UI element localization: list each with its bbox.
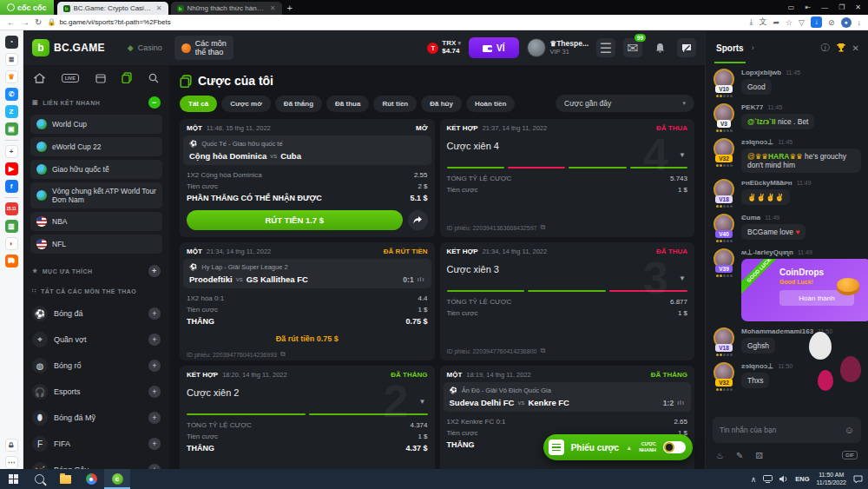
bookmark-star-icon[interactable]: ☆: [786, 18, 792, 27]
facebook-icon[interactable]: f: [5, 180, 18, 193]
chat-username[interactable]: Mohammademami163: [741, 327, 813, 335]
chat-username[interactable]: Lopxjxbljwb: [741, 69, 781, 76]
chat-toggle-icon[interactable]: [677, 38, 696, 57]
gif-button[interactable]: GIF: [842, 451, 858, 459]
start-button[interactable]: [0, 469, 26, 489]
window-close-button[interactable]: ✕: [855, 3, 861, 11]
combo-panel[interactable]: Cược xiên 22▼: [180, 382, 435, 400]
lazada-icon[interactable]: ◗: [5, 237, 18, 250]
cashout-button[interactable]: RÚT TIỀN 1.7 $: [187, 210, 403, 230]
sidebar-sport-item[interactable]: ⬮Bóng đá Mỹ+: [30, 405, 162, 431]
chrome-button[interactable]: [78, 469, 104, 489]
sidebar-sport-item[interactable]: FFIFA+: [30, 431, 162, 457]
dice-icon[interactable]: ⚄: [755, 451, 763, 460]
expand-sport-button[interactable]: +: [148, 334, 161, 346]
window-minimize-button[interactable]: —: [821, 3, 828, 11]
coindrops-complete-button[interactable]: Hoàn thành: [779, 290, 854, 306]
games-icon[interactable]: ▣: [5, 122, 18, 135]
chevron-down-icon[interactable]: ▼: [679, 274, 686, 282]
chat-mention[interactable]: @`Ɩzɾ϶`ƖƖ: [747, 117, 776, 126]
cart-icon[interactable]: ⛟: [5, 254, 18, 268]
coccoc-menu-icon[interactable]: ◔: [5, 36, 18, 49]
currency-selector[interactable]: T TRX ▾ $4.74: [427, 40, 461, 56]
chat-username[interactable]: ƨɘlqnoɔ⊥: [741, 138, 773, 146]
copy-icon[interactable]: ⧉: [280, 350, 286, 359]
expand-sport-button[interactable]: +: [148, 412, 161, 424]
sidebar-quick-link[interactable]: World Cup: [30, 115, 162, 134]
lock-icon[interactable]: 🔒: [47, 18, 56, 26]
bell-icon[interactable]: 🕭: [5, 439, 18, 452]
save-to-device-icon[interactable]: ⤓: [749, 17, 753, 27]
more-icon[interactable]: ⋯: [5, 456, 18, 469]
bcgame-logo[interactable]: b BC.GAME: [32, 39, 105, 56]
browser-profile-icon[interactable]: ●: [841, 17, 852, 28]
rules-pen-icon[interactable]: ✎: [736, 451, 743, 460]
filter-pill[interactable]: Cược mở: [221, 96, 271, 112]
hot-topics-icon[interactable]: ♨: [716, 451, 724, 460]
combo-panel[interactable]: Cược xiên 33▼: [440, 259, 695, 276]
coccoc-browser-button[interactable]: c: [104, 469, 130, 489]
sale-icon[interactable]: 15.11: [5, 202, 18, 215]
chevron-right-icon[interactable]: ›: [752, 43, 815, 52]
downloads-icon[interactable]: ↓: [858, 18, 862, 27]
close-chat-icon[interactable]: ✕: [852, 43, 859, 53]
search-icon[interactable]: [148, 73, 159, 83]
betslip-button[interactable]: Phiếu cược ▲ CƯỢCNHANH: [543, 434, 693, 460]
add-icon[interactable]: +: [5, 145, 18, 158]
sidebar-sport-item[interactable]: ◍Bóng rổ+: [30, 353, 162, 379]
tab-close-icon[interactable]: ✕: [156, 4, 162, 12]
sidebar-quick-link[interactable]: eWorld Cup 22: [30, 137, 162, 156]
filter-pill[interactable]: Đã thắng: [275, 96, 322, 112]
match-panel[interactable]: ⚽Ấn Độ - Giải Vô Địch Quốc GiaSudeva Del…: [444, 382, 692, 412]
nav-sports[interactable]: Các mônthể thao: [174, 36, 233, 61]
tab-close-icon[interactable]: ✕: [270, 4, 276, 12]
coccoc-browser-logo[interactable]: cốc cốc: [0, 0, 54, 15]
sidebar-quick-link[interactable]: Giao hữu quốc tế: [30, 160, 162, 179]
schedule-icon[interactable]: [95, 73, 106, 83]
shop-icon[interactable]: ▥: [5, 220, 18, 233]
wallet-button[interactable]: VÍ: [469, 37, 518, 58]
newsfeed-icon[interactable]: ≣: [5, 53, 18, 66]
action-center-icon[interactable]: [853, 475, 863, 484]
coindrops-card[interactable]: GOOD LUCKCoinDropsGood Luck!Hoàn thành: [741, 259, 868, 321]
expand-sport-button[interactable]: +: [148, 386, 161, 398]
chat-message-input[interactable]: [720, 426, 839, 434]
language-indicator[interactable]: ENG: [795, 475, 809, 483]
chat-username[interactable]: ʍ⊥-ǀarleyQųıɳn: [741, 248, 793, 256]
download-active-icon[interactable]: ↓: [811, 17, 822, 28]
crown-icon[interactable]: ♛: [5, 70, 18, 83]
expand-sport-button[interactable]: +: [148, 360, 161, 372]
translate-icon[interactable]: 文: [759, 17, 766, 28]
add-favorite-button[interactable]: +: [148, 265, 161, 277]
sidebar-quick-link[interactable]: Vòng chung kết ATP World Tour Đơn Nam: [30, 182, 162, 208]
reader-mode-icon[interactable]: ▭: [788, 3, 795, 11]
refresh-button[interactable]: ↻: [35, 17, 42, 27]
chevron-down-icon[interactable]: ▼: [419, 398, 426, 406]
sidebar-sport-item[interactable]: ⌖Quần vợt+: [30, 327, 162, 353]
quick-bet-toggle[interactable]: [663, 441, 686, 453]
emoji-icon[interactable]: ☺: [845, 425, 854, 435]
copy-icon[interactable]: ⧉: [540, 223, 545, 232]
sidebar-quick-link[interactable]: NFL: [30, 235, 162, 254]
taskbar-search-button[interactable]: [26, 469, 52, 489]
notifications-blocked-icon[interactable]: ⊘: [828, 18, 835, 27]
chat-username[interactable]: ƨɘlqnoɔ⊥: [741, 362, 773, 370]
bell-icon[interactable]: [650, 38, 669, 57]
filter-pill[interactable]: Tất cả: [180, 96, 217, 112]
inbox-icon[interactable]: ✉99: [623, 38, 642, 57]
filter-pill[interactable]: Hoàn tiền: [466, 96, 515, 112]
display-icon[interactable]: [763, 475, 773, 483]
tray-expand-icon[interactable]: ∧: [751, 475, 757, 484]
taskbar-clock[interactable]: 11:50 AM11/15/2022: [816, 472, 846, 487]
chat-username[interactable]: PEK77: [741, 103, 763, 111]
sidebar-sport-item[interactable]: 🏏Bóng Gậy+: [30, 457, 162, 469]
adblock-shield-icon[interactable]: ▽: [799, 18, 805, 27]
filter-pill[interactable]: Đã thua: [326, 96, 369, 112]
back-shortcut-icon[interactable]: ⇤: [805, 3, 811, 11]
forward-button[interactable]: →: [21, 17, 30, 27]
stats-icon[interactable]: ılı: [418, 276, 425, 282]
sort-dropdown[interactable]: Cược gần đây▾: [556, 95, 694, 112]
nav-casino[interactable]: ◆ Casino: [121, 40, 169, 56]
info-icon[interactable]: ⓘ: [821, 42, 830, 54]
browser-tab-inactive[interactable]: b Những thách thức hàng ngà ✕: [171, 2, 282, 15]
